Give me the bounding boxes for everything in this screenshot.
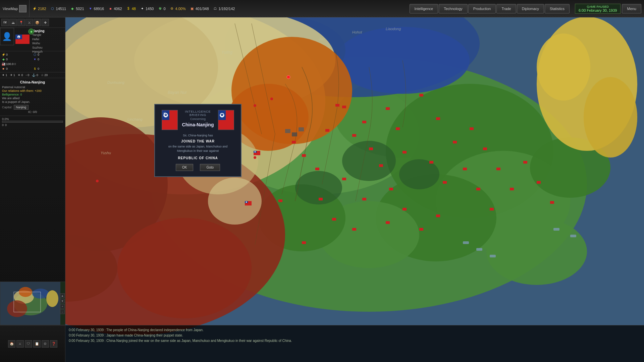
intel-sir-text: Sir, China-Nanjing has	[183, 134, 213, 137]
map-terrain-icon[interactable]: ⛰	[9, 19, 17, 26]
unit-stats-row: ✦ 1 ✈ 1 ✕ 0 ◦ 0 ⚓ 0 ☆ 20	[0, 72, 65, 78]
date-display: GAME PAUSED 6:00 February 30, 1939	[575, 4, 621, 14]
svg-point-26	[342, 141, 396, 181]
nuclear-resource: ☢ 0	[158, 6, 165, 11]
nation-flag-area: ★	[14, 28, 31, 51]
stat-row2b: $ 0	[33, 67, 64, 71]
manpower-resource: ✦ 1450	[140, 6, 154, 11]
svg-point-30	[208, 178, 262, 225]
map-background: Bayan Nur Dunhuang Linchang Yushu Yuling…	[0, 0, 644, 362]
intelligence-button[interactable]: Intelligence	[410, 4, 438, 13]
minimap-down-btn[interactable]: ▼	[60, 299, 65, 303]
statistics-button[interactable]: Statistics	[545, 4, 570, 13]
oil-resource: ▼ 68916	[88, 6, 104, 11]
stat-money-val: 0	[38, 67, 39, 70]
diplomacy-button[interactable]: Diplomacy	[517, 4, 544, 13]
svg-rect-89	[436, 215, 440, 217]
technology-button[interactable]: Technology	[439, 4, 468, 13]
map-political-icon[interactable]: 🗺	[1, 19, 9, 26]
leader-portrait[interactable]: 👤	[0, 28, 14, 45]
unit-z: ⚓ 0	[32, 73, 38, 77]
ic-percent-value: 4.00%	[175, 7, 186, 11]
toolbar-icon-6[interactable]: ❓	[50, 340, 57, 348]
money-icon: $	[126, 6, 131, 11]
production-button[interactable]: Production	[468, 4, 496, 13]
prog-val2: 0	[5, 123, 7, 127]
division-resource: ☖ 1/192/142	[213, 6, 235, 11]
svg-rect-90	[463, 241, 469, 244]
intel-goto-button[interactable]: Goto	[200, 164, 220, 171]
city-wuhu: Wuhu	[32, 41, 64, 46]
svg-rect-81	[496, 168, 500, 170]
puppet-line: Is a puppet of Japan.	[2, 100, 63, 104]
svg-rect-65	[362, 198, 366, 200]
oil-icon: ▼	[88, 6, 93, 11]
intel-side-text-content: on the same side as Japan, Manchukuo and…	[168, 145, 228, 153]
minimap-up-btn[interactable]: ▲	[60, 293, 65, 298]
svg-rect-62	[402, 151, 407, 154]
toolbar-icon-5[interactable]: ⚙	[42, 340, 49, 348]
svg-rect-74	[429, 161, 433, 164]
intel-header: INTELLIGENCE BRIEFING	[180, 110, 215, 117]
map-province-icon[interactable]: 📍	[17, 19, 25, 26]
manpower-icon: ✦	[140, 6, 145, 11]
toolbar-icon-3[interactable]: 🛡	[25, 340, 32, 348]
metal-icon: ⬡	[50, 6, 55, 11]
capital-row: Capital: Nanjing	[2, 105, 63, 110]
log-entry-3: 0:00 February 30, 1939 : China-Nanjing j…	[69, 338, 641, 344]
stat-rare: ◆ 0	[1, 57, 32, 61]
svg-rect-83	[523, 161, 527, 164]
minimap-zoom-in-btn[interactable]: +	[60, 304, 65, 309]
capital-value[interactable]: Nanjing	[14, 105, 29, 110]
log-entry-1: 0:00 February 30, 1939 : The people of C…	[69, 327, 641, 333]
map-supply-icon[interactable]: 📦	[34, 19, 41, 26]
view-map-button[interactable]: ViewMap	[0, 0, 30, 17]
relations-line: Our relations with them: +200	[2, 89, 63, 93]
svg-point-28	[399, 159, 439, 189]
intel-buttons: OK Goto	[176, 164, 220, 171]
map-extra-icon[interactable]: ✚	[42, 19, 49, 26]
menu-button[interactable]: Menu	[622, 4, 641, 13]
svg-rect-60	[386, 107, 390, 110]
nation-flag[interactable]	[15, 35, 30, 44]
minimap[interactable]: ▲ ▼ + -	[0, 282, 65, 325]
intel-body: Sir, China-Nanjing has	[183, 133, 213, 138]
svg-point-45	[254, 156, 256, 159]
toolbar-icon-2[interactable]: ⚔	[16, 340, 24, 348]
intel-concerning: Concerning	[180, 117, 215, 121]
intel-ok-button[interactable]: OK	[176, 164, 193, 171]
ic-value-display: 401/348	[196, 7, 209, 11]
city-hefei: Hefei	[32, 37, 64, 42]
svg-rect-59	[292, 141, 296, 143]
svg-point-24	[584, 77, 637, 158]
ic-value-icon: ▣	[190, 6, 195, 11]
stat-money-icon: $	[33, 67, 37, 71]
svg-rect-84	[537, 181, 541, 184]
svg-text:Bayan Nur: Bayan Nur	[168, 90, 187, 95]
government-line: Paternal Autocrat	[2, 85, 63, 89]
trade-button[interactable]: Trade	[496, 4, 516, 13]
intel-modal: INTELLIGENCE BRIEFING Concerning China-N…	[154, 104, 241, 177]
division-value: 1/192/142	[219, 7, 235, 11]
stat-oil-val: 0	[38, 58, 39, 61]
top-bar: ViewMap ⚡ 2182 ⬡ 14511 ◆ 5021 ▼ 68916 ■ …	[0, 0, 644, 17]
toolbar-icon-4[interactable]: 📋	[33, 340, 41, 348]
map-unit-icon[interactable]: ⚔	[25, 19, 33, 26]
supplies-icon: ■	[108, 6, 113, 11]
metal-value: 14511	[56, 7, 66, 11]
svg-point-110	[46, 290, 58, 307]
minimap-zoom-out-btn[interactable]: -	[60, 309, 65, 314]
toolbar-icon-1[interactable]: 🏠	[8, 340, 15, 348]
stat-energy-icon: ⚡	[1, 53, 5, 57]
svg-rect-91	[476, 248, 482, 251]
svg-rect-71	[419, 94, 423, 97]
intel-side-text: on the same side as Japan, Manchukuo and…	[162, 144, 234, 154]
svg-rect-54	[362, 121, 366, 123]
svg-rect-77	[483, 147, 487, 150]
progress-bar-area: 0.0% 0 0	[0, 116, 65, 128]
svg-rect-58	[342, 178, 346, 180]
intel-nation-name: China-Nanjing	[180, 122, 215, 127]
svg-rect-48	[292, 132, 297, 136]
svg-rect-69	[302, 241, 306, 244]
intel-flags-row: INTELLIGENCE BRIEFING Concerning China-N…	[162, 110, 234, 130]
